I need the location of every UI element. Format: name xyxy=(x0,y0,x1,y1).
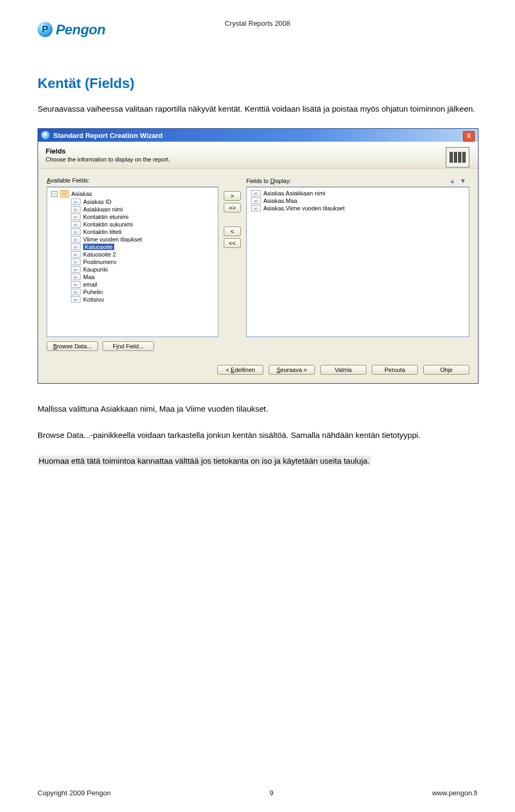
move-up-icon[interactable]: ▲ xyxy=(449,177,455,185)
cancel-button[interactable]: Peruuta xyxy=(372,365,418,375)
footer-copyright: Copyright 2009 Pengon xyxy=(38,789,111,797)
field-icon: ab xyxy=(71,259,80,265)
display-field-item[interactable]: abAsiakas.Viime vuoden tilaukset xyxy=(248,204,468,212)
field-icon: ab xyxy=(71,236,80,243)
available-field-item[interactable]: abemail xyxy=(48,281,217,288)
wizard-titlebar: Standard Report Creation Wizard X xyxy=(38,129,478,142)
add-all-button[interactable]: >> xyxy=(224,203,241,213)
wizard-header-title: Fields xyxy=(46,147,66,155)
field-label: Kaupunki xyxy=(83,266,108,273)
field-label: Asiakas.Maa xyxy=(263,197,297,204)
display-field-item[interactable]: abAsiakas.Maa xyxy=(248,197,468,204)
available-field-item[interactable]: abKotisivu xyxy=(48,296,217,303)
field-label: Kontaktin etunimi xyxy=(83,214,128,220)
field-label: Puhelin xyxy=(83,289,103,295)
field-icon: ab xyxy=(251,205,261,211)
field-label: Asiakas.Asiakkaan nimi xyxy=(263,190,326,196)
available-field-item[interactable]: abKatuosoite xyxy=(48,243,217,251)
field-label: Maa xyxy=(83,274,94,280)
wizard-header: Fields Choose the information to display… xyxy=(38,142,478,169)
browse-data-button[interactable]: Browse Data... xyxy=(47,341,98,351)
field-icon: ab xyxy=(71,281,80,288)
field-label: Katuosoite xyxy=(83,244,114,250)
field-label: Katuosoite 2 xyxy=(83,251,116,258)
field-icon: ab xyxy=(71,266,80,273)
field-label: Kontaktin titteli xyxy=(83,229,122,235)
field-icon: ab xyxy=(251,197,261,204)
display-fields-label: Fields to Display: xyxy=(246,178,291,184)
field-label: Viime vuoden tilaukset xyxy=(83,236,142,243)
help-button[interactable]: Ohje xyxy=(423,365,469,375)
field-icon: ab xyxy=(251,190,261,196)
caption-2: Browse Data...-painikkeella voidaan tark… xyxy=(38,429,477,441)
page-header: P Pengon Crystal Reports 2008 xyxy=(38,16,477,43)
field-icon: ab xyxy=(71,251,80,258)
field-label: Kontaktin sukunimi xyxy=(83,221,133,228)
available-fields-list[interactable]: −AsiakasabAsiakas IDabAsiakkaan nimiabKo… xyxy=(47,187,218,337)
available-field-item[interactable]: abPostinumero xyxy=(48,258,217,266)
field-label: Asiakkaan nimi xyxy=(83,206,123,213)
display-field-item[interactable]: abAsiakas.Asiakkaan nimi xyxy=(248,189,468,197)
find-field-button[interactable]: Find Field... xyxy=(102,341,154,351)
table-name: Asiakas xyxy=(71,191,92,197)
move-buttons: > >> < << xyxy=(224,191,241,258)
remove-all-button[interactable]: << xyxy=(224,238,241,248)
wizard-title-text: Standard Report Creation Wizard xyxy=(53,131,163,140)
field-icon: ab xyxy=(71,221,80,228)
available-field-item[interactable]: abViime vuoden tilaukset xyxy=(48,236,217,243)
table-icon xyxy=(60,190,69,197)
field-icon: ab xyxy=(71,214,80,220)
tree-root-item[interactable]: −Asiakas xyxy=(48,189,217,198)
available-field-item[interactable]: abAsiakkaan nimi xyxy=(48,206,217,213)
page-footer: Copyright 2009 Pengon 9 www.pengon.fi xyxy=(38,789,477,797)
back-button[interactable]: < Edellinen xyxy=(217,365,263,375)
field-label: Asiakas ID xyxy=(83,199,112,205)
field-label: email xyxy=(83,281,97,288)
remove-button[interactable]: < xyxy=(224,226,241,236)
available-field-item[interactable]: abAsiakas ID xyxy=(48,198,217,206)
field-icon: ab xyxy=(71,274,80,280)
field-icon: ab xyxy=(71,244,80,250)
wizard-footer: < Edellinen Seuraava > Valmis Peruuta Oh… xyxy=(38,356,478,383)
section-title: Kentät (Fields) xyxy=(38,75,477,92)
display-fields-list[interactable]: abAsiakas.Asiakkaan nimiabAsiakas.MaaabA… xyxy=(246,187,469,337)
field-label: Postinumero xyxy=(83,259,116,265)
collapse-icon[interactable]: − xyxy=(52,191,57,197)
caption-1: Mallissa valittuna Asiakkaan nimi, Maa j… xyxy=(38,403,477,415)
field-icon: ab xyxy=(71,206,80,213)
field-label: Kotisivu xyxy=(83,296,104,303)
footer-url: www.pengon.fi xyxy=(432,789,477,797)
field-icon: ab xyxy=(71,296,80,303)
wizard-window: Standard Report Creation Wizard X Fields… xyxy=(38,128,479,384)
field-icon: ab xyxy=(71,199,80,205)
available-field-item[interactable]: abKatuosoite 2 xyxy=(48,251,217,258)
next-button[interactable]: Seuraava > xyxy=(269,365,315,375)
close-button[interactable]: X xyxy=(463,131,475,142)
fields-icon xyxy=(446,147,469,167)
intro-paragraph: Seuraavassa vaiheessa valitaan raportill… xyxy=(38,103,477,115)
wizard-header-subtitle: Choose the information to display on the… xyxy=(46,156,170,163)
footer-page-number: 9 xyxy=(269,789,273,797)
available-field-item[interactable]: abKontaktin sukunimi xyxy=(48,221,217,228)
field-icon: ab xyxy=(71,289,80,295)
field-icon: ab xyxy=(71,229,80,235)
available-field-item[interactable]: abMaa xyxy=(48,273,217,281)
finish-button[interactable]: Valmis xyxy=(320,365,366,375)
available-field-item[interactable]: abKaupunki xyxy=(48,266,217,273)
reorder-arrows: ▲ ▼ xyxy=(449,177,466,185)
available-field-item[interactable]: abKontaktin etunimi xyxy=(48,213,217,221)
available-fields-label: Available Fields: xyxy=(47,177,90,184)
wizard-title-icon xyxy=(41,131,50,140)
document-header-title: Crystal Reports 2008 xyxy=(38,19,477,27)
field-label: Asiakas.Viime vuoden tilaukset xyxy=(263,205,344,211)
available-field-item[interactable]: abKontaktin titteli xyxy=(48,228,217,236)
move-down-icon[interactable]: ▼ xyxy=(460,177,466,185)
add-button[interactable]: > xyxy=(224,191,241,201)
available-field-item[interactable]: abPuhelin xyxy=(48,288,217,296)
wizard-body: Available Fields: Fields to Display: ▲ ▼… xyxy=(38,169,478,356)
caption-3: Huomaa että tätä toimintoa kannattaa väl… xyxy=(38,455,477,467)
